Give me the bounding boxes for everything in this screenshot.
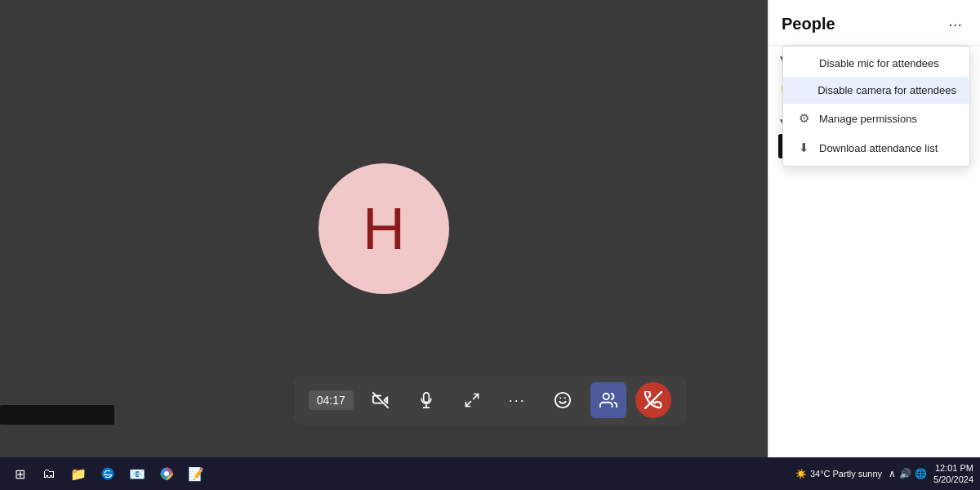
context-dropdown-menu: Disable mic for attendees Disable camera… [782, 46, 970, 167]
more-actions-button[interactable]: ··· [499, 382, 535, 418]
weather-widget[interactable]: ☀️ 34°C Partly sunny [795, 469, 882, 479]
user-avatar: H [318, 163, 449, 294]
weather-icon: ☀️ [795, 469, 807, 479]
taskbar-icons: ⊞ 🗂 📁 📧 📝 [7, 461, 209, 487]
panel-header: People ··· [768, 0, 980, 46]
manage-permissions-menu-item[interactable]: ⚙ Manage permissions [783, 104, 969, 133]
panel-title: People [782, 15, 835, 33]
system-tray: ∧ 🔊 🌐 [889, 468, 927, 479]
share-button[interactable] [454, 382, 490, 418]
weather-text: 34°C Partly sunny [810, 469, 882, 479]
svg-point-5 [555, 393, 570, 408]
svg-line-3 [473, 394, 478, 399]
svg-point-8 [603, 394, 608, 399]
panel-more-button[interactable]: ··· [943, 13, 967, 35]
control-bar: 04:17 ··· [294, 376, 686, 425]
people-panel: People ··· ▼ Pres HM ▼ Attendees (1) Dis… [768, 0, 980, 457]
mail-icon[interactable]: 📧 [124, 461, 150, 487]
avatar-container: H [318, 163, 449, 294]
call-timer: 04:17 [309, 390, 354, 410]
system-clock[interactable]: 12:01 PM 5/20/2024 [933, 462, 973, 486]
download-attendance-menu-item[interactable]: ⬇ Download attendance list [783, 133, 969, 163]
taskbar-right: ☀️ 34°C Partly sunny ∧ 🔊 🌐 12:01 PM 5/20… [795, 462, 973, 486]
word-icon[interactable]: 📝 [183, 461, 209, 487]
disable-mic-menu-item[interactable]: Disable mic for attendees [783, 50, 969, 77]
svg-point-12 [164, 471, 169, 476]
camera-off-button[interactable] [363, 382, 399, 418]
start-button[interactable]: ⊞ [7, 461, 33, 487]
reactions-button[interactable] [545, 382, 581, 418]
task-view-icon[interactable]: 🗂 [36, 461, 62, 487]
download-attendance-label: Download attendance list [819, 142, 938, 154]
manage-permissions-label: Manage permissions [819, 113, 917, 125]
chrome-icon[interactable] [154, 461, 180, 487]
name-bar [0, 405, 114, 425]
disable-mic-label: Disable mic for attendees [819, 57, 939, 69]
mute-button[interactable] [408, 382, 444, 418]
disable-camera-menu-item[interactable]: Disable camera for attendees [783, 77, 969, 104]
edge-icon[interactable] [95, 461, 121, 487]
hangup-button[interactable] [635, 382, 671, 418]
disable-camera-label: Disable camera for attendees [817, 84, 956, 96]
taskbar: ⊞ 🗂 📁 📧 📝 ☀️ 34°C Partly su [0, 457, 980, 490]
download-attendance-icon: ⬇ [796, 140, 811, 155]
svg-point-10 [102, 468, 114, 480]
svg-line-4 [466, 402, 470, 407]
people-button[interactable] [590, 382, 626, 418]
manage-permissions-icon: ⚙ [796, 111, 811, 126]
file-explorer-icon[interactable]: 📁 [65, 461, 91, 487]
